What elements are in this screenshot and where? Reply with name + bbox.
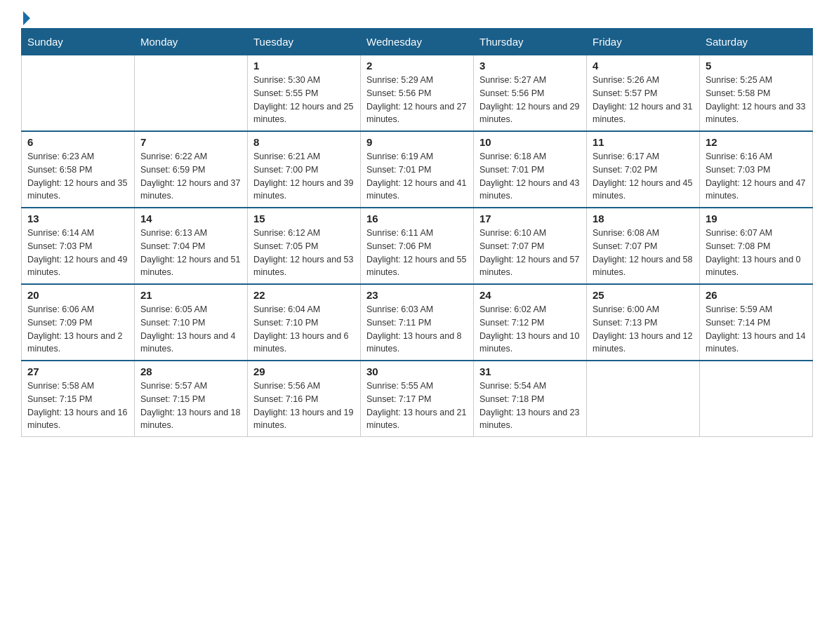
day-info: Sunrise: 6:14 AMSunset: 7:03 PMDaylight:… [27,227,128,279]
day-info: Sunrise: 6:06 AMSunset: 7:09 PMDaylight:… [27,303,128,356]
day-number: 6 [27,136,128,148]
day-number: 13 [27,213,128,224]
day-info: Sunrise: 5:56 AMSunset: 7:16 PMDaylight:… [253,380,355,432]
calendar-cell: 2Sunrise: 5:29 AMSunset: 5:56 PMDaylight… [361,55,474,132]
day-info: Sunrise: 6:21 AMSunset: 7:00 PMDaylight:… [253,150,355,203]
day-number: 30 [366,365,468,377]
weekday-header-saturday: Saturday [700,29,813,55]
calendar-cell: 19Sunrise: 6:07 AMSunset: 7:08 PMDayligh… [700,208,813,284]
calendar-week-row: 6Sunrise: 6:23 AMSunset: 6:58 PMDaylight… [22,131,813,208]
calendar-cell: 21Sunrise: 6:05 AMSunset: 7:10 PMDayligh… [135,284,248,361]
calendar-cell: 14Sunrise: 6:13 AMSunset: 7:04 PMDayligh… [135,208,248,284]
day-number: 18 [593,213,694,224]
day-info: Sunrise: 5:27 AMSunset: 5:56 PMDaylight:… [479,74,581,126]
calendar-cell: 3Sunrise: 5:27 AMSunset: 5:56 PMDaylight… [474,55,587,132]
day-number: 31 [479,365,581,377]
day-number: 19 [706,213,807,224]
day-number: 5 [706,60,807,72]
day-number: 24 [479,289,581,301]
calendar-cell: 10Sunrise: 6:18 AMSunset: 7:01 PMDayligh… [474,131,587,208]
calendar-cell: 29Sunrise: 5:56 AMSunset: 7:16 PMDayligh… [248,361,361,437]
calendar-cell: 17Sunrise: 6:10 AMSunset: 7:07 PMDayligh… [474,208,587,284]
day-info: Sunrise: 5:26 AMSunset: 5:57 PMDaylight:… [593,74,694,126]
calendar-cell: 8Sunrise: 6:21 AMSunset: 7:00 PMDaylight… [248,131,361,208]
day-number: 16 [366,213,468,224]
day-info: Sunrise: 6:19 AMSunset: 7:01 PMDaylight:… [366,150,468,203]
calendar-week-row: 20Sunrise: 6:06 AMSunset: 7:09 PMDayligh… [22,284,813,361]
day-number: 25 [593,289,694,301]
weekday-header-wednesday: Wednesday [361,29,474,55]
weekday-header-friday: Friday [587,29,700,55]
calendar-cell: 18Sunrise: 6:08 AMSunset: 7:07 PMDayligh… [587,208,700,284]
weekday-header-monday: Monday [135,29,248,55]
day-number: 20 [27,289,128,301]
day-info: Sunrise: 6:00 AMSunset: 7:13 PMDaylight:… [593,303,694,356]
weekday-header-thursday: Thursday [474,29,587,55]
calendar-cell: 9Sunrise: 6:19 AMSunset: 7:01 PMDaylight… [361,131,474,208]
day-info: Sunrise: 6:17 AMSunset: 7:02 PMDaylight:… [593,150,694,203]
calendar-cell: 11Sunrise: 6:17 AMSunset: 7:02 PMDayligh… [587,131,700,208]
calendar-cell: 31Sunrise: 5:54 AMSunset: 7:18 PMDayligh… [474,361,587,437]
day-number: 7 [140,136,241,148]
day-info: Sunrise: 6:16 AMSunset: 7:03 PMDaylight:… [706,150,807,203]
day-number: 9 [366,136,468,148]
day-info: Sunrise: 5:25 AMSunset: 5:58 PMDaylight:… [706,74,807,126]
calendar-cell: 24Sunrise: 6:02 AMSunset: 7:12 PMDayligh… [474,284,587,361]
day-info: Sunrise: 6:12 AMSunset: 7:05 PMDaylight:… [253,227,355,279]
calendar-cell: 4Sunrise: 5:26 AMSunset: 5:57 PMDaylight… [587,55,700,132]
day-info: Sunrise: 5:54 AMSunset: 7:18 PMDaylight:… [479,380,581,432]
day-number: 11 [593,136,694,148]
day-number: 8 [253,136,355,148]
day-info: Sunrise: 5:59 AMSunset: 7:14 PMDaylight:… [706,303,807,356]
day-number: 17 [479,213,581,224]
calendar-week-row: 1Sunrise: 5:30 AMSunset: 5:55 PMDaylight… [22,55,813,132]
logo-arrow-icon [23,11,30,25]
day-info: Sunrise: 6:22 AMSunset: 6:59 PMDaylight:… [140,150,241,203]
calendar-cell [22,55,135,132]
calendar-cell: 20Sunrise: 6:06 AMSunset: 7:09 PMDayligh… [22,284,135,361]
calendar-cell: 5Sunrise: 5:25 AMSunset: 5:58 PMDaylight… [700,55,813,132]
day-number: 23 [366,289,468,301]
day-info: Sunrise: 6:10 AMSunset: 7:07 PMDaylight:… [479,227,581,279]
calendar-cell: 28Sunrise: 5:57 AMSunset: 7:15 PMDayligh… [135,361,248,437]
day-number: 4 [593,60,694,72]
day-number: 2 [366,60,468,72]
day-info: Sunrise: 6:11 AMSunset: 7:06 PMDaylight:… [366,227,468,279]
day-number: 21 [140,289,241,301]
logo [21,14,30,21]
calendar-cell: 26Sunrise: 5:59 AMSunset: 7:14 PMDayligh… [700,284,813,361]
day-number: 27 [27,365,128,377]
calendar-cell: 15Sunrise: 6:12 AMSunset: 7:05 PMDayligh… [248,208,361,284]
day-info: Sunrise: 6:07 AMSunset: 7:08 PMDaylight:… [706,227,807,279]
day-info: Sunrise: 6:08 AMSunset: 7:07 PMDaylight:… [593,227,694,279]
calendar-week-row: 27Sunrise: 5:58 AMSunset: 7:15 PMDayligh… [22,361,813,437]
day-number: 15 [253,213,355,224]
day-info: Sunrise: 6:13 AMSunset: 7:04 PMDaylight:… [140,227,241,279]
day-number: 14 [140,213,241,224]
day-number: 28 [140,365,241,377]
day-info: Sunrise: 6:02 AMSunset: 7:12 PMDaylight:… [479,303,581,356]
page-header [21,14,813,21]
calendar-cell [135,55,248,132]
weekday-header-sunday: Sunday [22,29,135,55]
calendar-cell [700,361,813,437]
day-number: 12 [706,136,807,148]
day-info: Sunrise: 6:05 AMSunset: 7:10 PMDaylight:… [140,303,241,356]
calendar-cell: 7Sunrise: 6:22 AMSunset: 6:59 PMDaylight… [135,131,248,208]
day-info: Sunrise: 5:57 AMSunset: 7:15 PMDaylight:… [140,380,241,432]
day-number: 22 [253,289,355,301]
day-info: Sunrise: 6:03 AMSunset: 7:11 PMDaylight:… [366,303,468,356]
calendar-cell: 30Sunrise: 5:55 AMSunset: 7:17 PMDayligh… [361,361,474,437]
day-info: Sunrise: 5:30 AMSunset: 5:55 PMDaylight:… [253,74,355,126]
calendar-table: SundayMondayTuesdayWednesdayThursdayFrid… [21,28,813,437]
day-number: 3 [479,60,581,72]
day-info: Sunrise: 5:29 AMSunset: 5:56 PMDaylight:… [366,74,468,126]
calendar-cell: 23Sunrise: 6:03 AMSunset: 7:11 PMDayligh… [361,284,474,361]
day-info: Sunrise: 5:55 AMSunset: 7:17 PMDaylight:… [366,380,468,432]
day-number: 1 [253,60,355,72]
weekday-header-row: SundayMondayTuesdayWednesdayThursdayFrid… [22,29,813,55]
day-info: Sunrise: 5:58 AMSunset: 7:15 PMDaylight:… [27,380,128,432]
calendar-cell: 25Sunrise: 6:00 AMSunset: 7:13 PMDayligh… [587,284,700,361]
calendar-cell: 22Sunrise: 6:04 AMSunset: 7:10 PMDayligh… [248,284,361,361]
calendar-cell: 27Sunrise: 5:58 AMSunset: 7:15 PMDayligh… [22,361,135,437]
